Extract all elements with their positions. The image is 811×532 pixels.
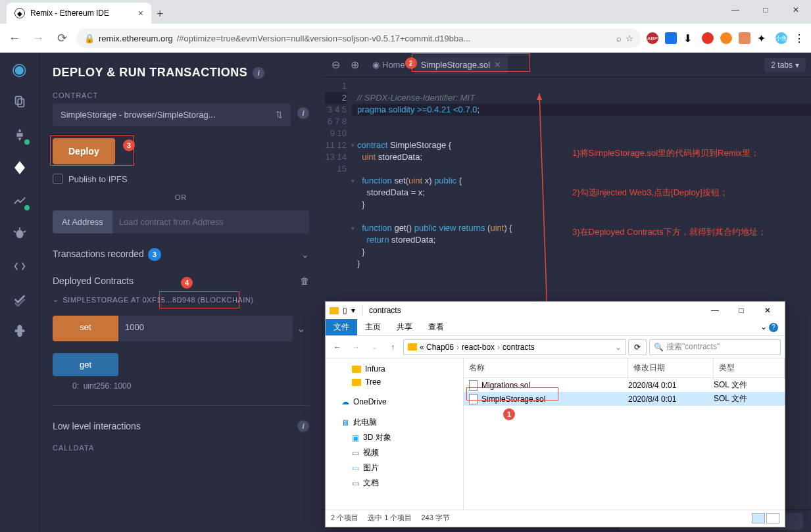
forward-button[interactable]: → bbox=[29, 29, 47, 47]
tabs-count[interactable]: 2 tabs ▾ bbox=[764, 58, 806, 72]
exp-close-button[interactable]: ✕ bbox=[754, 302, 781, 319]
close-tab-icon[interactable]: ✕ bbox=[494, 60, 501, 70]
ribbon-view[interactable]: 查看 bbox=[420, 319, 452, 335]
ext-icon-2[interactable] bbox=[665, 32, 677, 44]
remix-logo-icon[interactable]: ◉ bbox=[10, 59, 30, 79]
low-level-info-icon[interactable]: i bbox=[297, 420, 309, 432]
back-button[interactable]: ← bbox=[5, 29, 24, 47]
explorer-search[interactable]: 🔍 搜索"contracts" bbox=[649, 339, 781, 355]
explorer-down-icon[interactable]: ▾ bbox=[351, 306, 355, 315]
menu-icon[interactable]: ⋮ bbox=[794, 32, 806, 44]
tab-close-icon[interactable]: × bbox=[138, 8, 143, 18]
file-icon bbox=[469, 380, 478, 391]
home-tab[interactable]: ◉ Home bbox=[366, 56, 412, 74]
ribbon-expand-icon[interactable]: ⌄ ? bbox=[754, 320, 785, 335]
set-button[interactable]: set bbox=[53, 316, 118, 341]
close-window-button[interactable]: ✕ bbox=[781, 0, 811, 20]
file-row[interactable]: Migrations.sol 2020/8/4 0:01 SOL 文件 bbox=[464, 378, 785, 392]
explorer-path[interactable]: « Chap06 › react-box › contracts ⌄ bbox=[403, 339, 626, 355]
explorer-titlebar[interactable]: ▯ ▾ contracts — □ ✕ bbox=[326, 302, 785, 319]
puzzle-ext-icon[interactable]: ✦ bbox=[757, 32, 769, 44]
calldata-label: CALLDATA bbox=[53, 444, 309, 452]
explorer-pin-icon: ▯ bbox=[343, 306, 347, 315]
debugger-icon[interactable] bbox=[10, 224, 30, 243]
svg-marker-7 bbox=[537, 93, 542, 100]
ribbon-share[interactable]: 共享 bbox=[389, 319, 420, 335]
zoom-in-icon[interactable]: ⊕ bbox=[347, 56, 363, 74]
view-thumb-icon[interactable] bbox=[766, 513, 779, 523]
col-name[interactable]: 名称 bbox=[464, 358, 628, 377]
exp-minimize-button[interactable]: — bbox=[702, 302, 728, 319]
ext-icon-3[interactable] bbox=[702, 32, 714, 44]
contract-info-icon[interactable]: i bbox=[297, 107, 309, 119]
reload-button[interactable]: ⟳ bbox=[53, 29, 71, 47]
tx-recorded-row[interactable]: Transactions recorded3 ⌄ bbox=[53, 248, 309, 261]
exp-up-button[interactable]: ↑ bbox=[385, 339, 401, 355]
tree-video[interactable]: ▭视频 bbox=[326, 445, 463, 460]
download-ext-icon[interactable]: ⬇ bbox=[683, 32, 695, 44]
metamask-ext-icon[interactable] bbox=[739, 32, 750, 44]
explorer-status-bar: 2 个项目 选中 1 个项目 243 字节 bbox=[326, 510, 785, 525]
panel-info-icon[interactable]: i bbox=[253, 67, 264, 79]
chevron-down-icon[interactable]: ⌄ bbox=[293, 316, 309, 341]
col-type[interactable]: 类型 bbox=[714, 358, 785, 377]
get-function-row: get bbox=[53, 353, 309, 376]
translate-icon[interactable]: ⌕ bbox=[616, 34, 622, 43]
url-box[interactable]: 🔒 remix.ethereum.org/#optimize=true&evmV… bbox=[76, 28, 641, 48]
trash-icon[interactable]: 🗑 bbox=[300, 276, 309, 286]
bookmark-icon[interactable]: ☆ bbox=[626, 34, 633, 43]
zoom-out-icon[interactable]: ⊖ bbox=[328, 56, 344, 74]
verify-icon[interactable] bbox=[10, 289, 30, 309]
deploy-button[interactable]: Deploy bbox=[53, 138, 115, 164]
explorer-ribbon: 文件 主页 共享 查看 ⌄ ? bbox=[326, 319, 785, 336]
ribbon-file[interactable]: 文件 bbox=[326, 319, 357, 335]
col-date[interactable]: 修改日期 bbox=[628, 358, 714, 377]
tree-docs[interactable]: ▭文档 bbox=[326, 475, 463, 491]
view-details-icon[interactable] bbox=[752, 513, 765, 523]
analysis-icon[interactable] bbox=[10, 191, 30, 210]
tree-thispc[interactable]: 🖥此电脑 bbox=[326, 415, 463, 430]
unit-test-icon[interactable] bbox=[10, 256, 30, 276]
new-tab-button[interactable]: + bbox=[151, 5, 169, 24]
view-icons[interactable] bbox=[752, 513, 779, 523]
exp-forward-button[interactable]: → bbox=[348, 339, 364, 355]
get-button[interactable]: get bbox=[53, 353, 118, 376]
tree-onedrive[interactable]: ☁OneDrive bbox=[326, 395, 463, 408]
abp-ext-icon[interactable]: ABP bbox=[647, 32, 658, 44]
file-row-selected[interactable]: SimpleStorage.sol 2020/8/4 0:01 SOL 文件 bbox=[464, 392, 785, 406]
editor-tabs: ⊖ ⊕ ◉ Home 2 SimpleStorage.sol ✕ 2 tabs … bbox=[322, 53, 811, 78]
address-input[interactable]: Load contract from Address bbox=[112, 210, 309, 233]
plugin-icon[interactable] bbox=[10, 322, 30, 342]
explorer-tree[interactable]: Infura Tree ☁OneDrive 🖥此电脑 ▣3D 对象 ▭视频 ▭图… bbox=[326, 358, 464, 510]
exp-back-button[interactable]: ← bbox=[330, 339, 345, 355]
exp-refresh-button[interactable]: ⟳ bbox=[628, 339, 647, 355]
exp-recent-icon[interactable]: ⌄ bbox=[366, 339, 382, 355]
at-address-button[interactable]: At Address bbox=[53, 210, 112, 233]
deployed-instance-row[interactable]: ⌄ SIMPLESTORAGE AT 0XF15...8D948 (BLOCKC… bbox=[53, 295, 309, 304]
home-icon: ◉ bbox=[372, 60, 380, 70]
tree-infura[interactable]: Infura bbox=[326, 362, 463, 375]
compiler-icon[interactable] bbox=[10, 125, 30, 145]
ext-icon-4[interactable] bbox=[720, 32, 732, 44]
set-input[interactable]: 1000 bbox=[118, 316, 293, 341]
tree-pictures[interactable]: ▭图片 bbox=[326, 460, 463, 475]
file-tab[interactable]: 2 SimpleStorage.sol ✕ bbox=[414, 56, 508, 74]
exp-maximize-button[interactable]: □ bbox=[728, 302, 754, 319]
browser-tab[interactable]: ◆ Remix - Ethereum IDE × bbox=[7, 3, 151, 24]
chevron-down-icon[interactable]: ⌄ bbox=[53, 295, 59, 304]
path-dropdown-icon[interactable]: ⌄ bbox=[615, 343, 622, 352]
file-explorer-icon[interactable] bbox=[10, 92, 30, 112]
deploy-icon[interactable] bbox=[10, 158, 30, 178]
ribbon-home[interactable]: 主页 bbox=[357, 319, 389, 335]
tree-3d[interactable]: ▣3D 对象 bbox=[326, 430, 463, 445]
minimize-button[interactable]: — bbox=[720, 0, 750, 20]
tree-tree[interactable]: Tree bbox=[326, 375, 463, 389]
contract-select[interactable]: SimpleStorage - browser/SimpleStorag... … bbox=[53, 103, 291, 126]
publish-ipfs-checkbox[interactable] bbox=[53, 174, 63, 184]
chevron-down-icon[interactable]: ⌄ bbox=[301, 249, 309, 260]
profile-icon[interactable]: 小鱼 bbox=[775, 32, 787, 44]
publish-ipfs-row[interactable]: Publish to IPFS bbox=[53, 174, 309, 184]
panel-title: DEPLOY & RUN TRANSACTIONS i bbox=[53, 66, 309, 80]
list-header[interactable]: 名称 修改日期 类型 bbox=[464, 358, 785, 378]
maximize-button[interactable]: □ bbox=[750, 0, 781, 20]
